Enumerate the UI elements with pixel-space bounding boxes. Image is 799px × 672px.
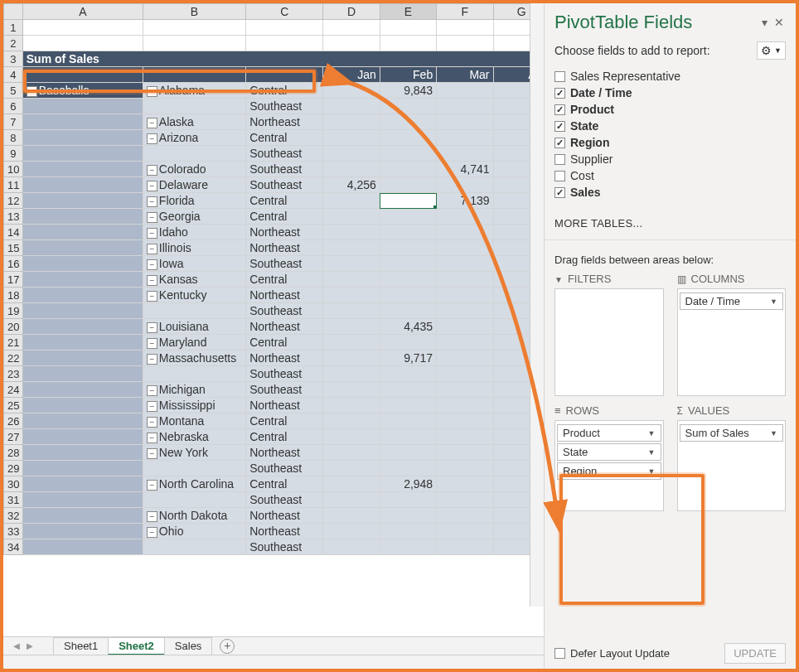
cell[interactable]: Central [246, 83, 323, 99]
cell[interactable] [22, 398, 143, 413]
cell[interactable] [22, 539, 143, 555]
cell[interactable] [437, 461, 493, 476]
collapse-icon[interactable]: − [147, 480, 157, 491]
cell[interactable] [22, 508, 143, 524]
cell[interactable]: Southeast [246, 303, 323, 319]
cell[interactable] [323, 429, 380, 445]
cell[interactable]: −Michigan [143, 382, 245, 398]
cell[interactable] [323, 476, 380, 492]
row-header[interactable]: 22 [4, 351, 23, 366]
row-header[interactable]: 34 [4, 539, 23, 555]
cell[interactable] [380, 177, 436, 193]
row-header[interactable]: 5 [4, 83, 23, 99]
cell[interactable]: Northeast [246, 319, 323, 335]
cell[interactable] [380, 146, 436, 162]
cell[interactable]: Central [246, 209, 323, 225]
cell[interactable] [143, 366, 245, 382]
collapse-icon[interactable]: − [147, 385, 157, 396]
area-field-chip[interactable]: Region▼ [557, 462, 661, 480]
cell[interactable] [323, 382, 380, 398]
cell[interactable] [323, 445, 380, 461]
cell[interactable]: −Illinois [143, 240, 245, 256]
col-header[interactable]: E [380, 4, 436, 20]
cell[interactable]: −Kansas [143, 272, 245, 288]
cell[interactable]: −Mississippi [143, 398, 245, 413]
row-header[interactable]: 1 [4, 20, 23, 36]
cell[interactable] [323, 539, 380, 555]
cell[interactable]: Central [246, 130, 323, 146]
cell[interactable]: −Alabama [143, 83, 245, 99]
cell[interactable] [22, 303, 143, 319]
cell[interactable]: −Colorado [143, 162, 245, 177]
cell[interactable] [22, 461, 143, 476]
cell[interactable] [437, 335, 493, 351]
cell[interactable] [323, 162, 380, 177]
spreadsheet-grid[interactable]: A B C D E F G 123 Sum of Sales4 JanFebMa… [3, 3, 544, 555]
col-header-row[interactable]: A B C D E F G [4, 4, 545, 20]
cell[interactable] [143, 146, 245, 162]
cell[interactable] [437, 366, 493, 382]
cell[interactable]: Central [246, 476, 323, 492]
cell[interactable] [380, 272, 436, 288]
row-header[interactable]: 3 [4, 51, 23, 67]
row-header[interactable]: 21 [4, 335, 23, 351]
cell[interactable]: −Alaska [143, 114, 245, 130]
rows-drop-area[interactable]: Product▼State▼Region▼ [554, 420, 664, 511]
cell[interactable]: Southeast [246, 461, 323, 476]
cell[interactable] [143, 99, 245, 114]
cell[interactable] [380, 524, 436, 539]
cell[interactable] [437, 225, 493, 240]
pane-menu-icon[interactable]: ▾ ✕ [762, 16, 786, 29]
collapse-icon[interactable]: − [147, 448, 157, 459]
cell[interactable]: 9,843 [380, 83, 436, 99]
cell[interactable]: Northeast [246, 225, 323, 240]
cell[interactable]: −Kentucky [143, 288, 245, 303]
row-header[interactable]: 32 [4, 508, 23, 524]
pivot-title-cell[interactable]: Sum of Sales [22, 51, 544, 67]
cell[interactable] [22, 225, 143, 240]
cell[interactable] [437, 288, 493, 303]
cell[interactable]: −Baseballs [22, 83, 143, 99]
cell[interactable] [437, 524, 493, 539]
cell[interactable] [380, 508, 436, 524]
month-header[interactable]: Mar [437, 67, 493, 83]
col-header[interactable]: A [22, 4, 143, 20]
cell[interactable] [323, 114, 380, 130]
new-sheet-button[interactable]: + [220, 639, 235, 654]
cell[interactable]: Northeast [246, 508, 323, 524]
collapse-icon[interactable]: − [147, 165, 157, 176]
cell[interactable] [380, 335, 436, 351]
cell[interactable] [437, 272, 493, 288]
cell[interactable]: −Massachusetts [143, 351, 245, 366]
cell[interactable] [380, 398, 436, 413]
row-header[interactable]: 2 [4, 36, 23, 51]
cell[interactable] [22, 382, 143, 398]
cell[interactable] [437, 240, 493, 256]
cell[interactable] [380, 539, 436, 555]
cell[interactable] [323, 130, 380, 146]
update-button[interactable]: UPDATE [724, 643, 786, 664]
cell[interactable] [380, 461, 436, 476]
row-header[interactable]: 19 [4, 303, 23, 319]
cell[interactable]: −Ohio [143, 524, 245, 539]
cell[interactable] [22, 429, 143, 445]
row-header[interactable]: 31 [4, 492, 23, 508]
cell[interactable] [437, 83, 493, 99]
cell[interactable] [380, 114, 436, 130]
cell[interactable]: Central [246, 335, 323, 351]
cell[interactable] [437, 303, 493, 319]
cell[interactable]: Central [246, 272, 323, 288]
field-list-item[interactable]: Region [554, 134, 786, 151]
cell[interactable]: Southeast [246, 492, 323, 508]
cell[interactable]: −Montana [143, 413, 245, 429]
cell[interactable]: Northeast [246, 398, 323, 413]
collapse-icon[interactable]: − [147, 354, 157, 365]
row-header[interactable]: 26 [4, 413, 23, 429]
cell[interactable]: −Louisiana [143, 319, 245, 335]
cell[interactable]: −Idaho [143, 225, 245, 240]
cell[interactable]: Northeast [246, 524, 323, 539]
cell[interactable]: Northeast [246, 240, 323, 256]
cell[interactable]: Southeast [246, 146, 323, 162]
cell[interactable] [22, 272, 143, 288]
cell[interactable]: Southeast [246, 177, 323, 193]
